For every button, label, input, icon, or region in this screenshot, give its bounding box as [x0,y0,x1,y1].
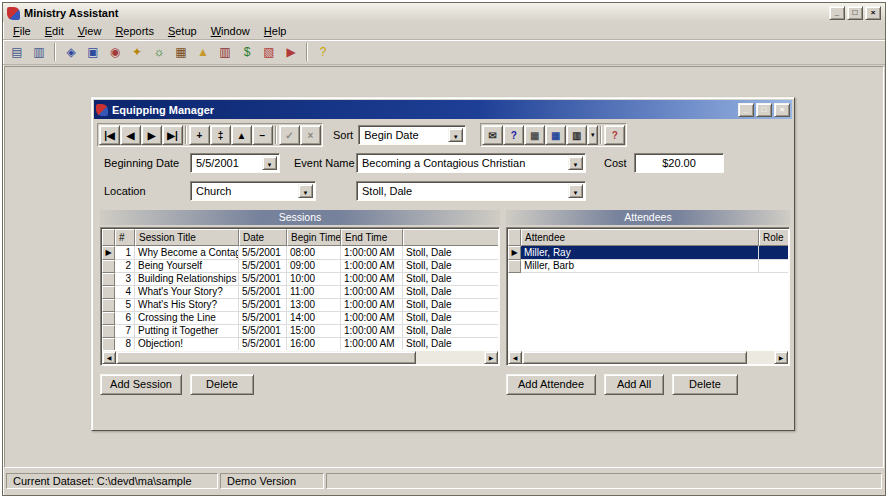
security-key-button[interactable]: ✦ [126,42,148,62]
table-row[interactable]: 6Crossing the Line5/5/200114:001:00:00 A… [102,312,498,325]
table-row[interactable]: 3Building Relationships5/5/200110:001:00… [102,273,498,286]
next-record-button[interactable]: ▶ [141,125,162,145]
chevron-down-icon[interactable]: ▼ [568,184,583,198]
cell[interactable]: 5/5/2001 [239,299,287,312]
cell[interactable]: 3 [115,273,135,286]
delete-session-button[interactable]: Delete [190,374,254,395]
cell[interactable]: 5/5/2001 [239,338,287,350]
cell[interactable]: 1:00:00 AM [341,325,403,338]
scroll-left-icon[interactable]: ◀ [102,351,116,364]
scroll-right-icon[interactable]: ▶ [484,351,498,364]
cell[interactable]: 1:00:00 AM [341,338,403,350]
cell[interactable]: 6 [115,312,135,325]
cell[interactable]: 16:00 [287,338,341,350]
cell[interactable]: Objection! [135,338,239,350]
scroll-left-icon[interactable]: ◀ [508,351,522,364]
chevron-down-icon[interactable]: ▼ [262,156,277,170]
show-grid-button[interactable]: ▦ [545,125,566,145]
field-help-button[interactable]: ? [503,125,524,145]
cell[interactable]: 1:00:00 AM [341,299,403,312]
media-button[interactable]: ▶ [280,42,302,62]
help-button[interactable]: ? [312,42,334,62]
location-combobox[interactable]: Church ▼ [190,181,316,201]
add-session-button[interactable]: Add Session [100,374,182,395]
help-button[interactable]: ? [604,125,625,145]
cell[interactable]: 10:00 [287,273,341,286]
column-header[interactable]: End Time [341,229,403,246]
child-minimize-button[interactable]: _ [738,103,754,117]
delete-attendee-button[interactable]: Delete [672,374,738,395]
cell[interactable]: Why Become a Contag [135,246,239,260]
scrollbar-thumb[interactable] [522,351,747,364]
cell[interactable]: 4 [115,286,135,299]
cell[interactable]: 5 [115,299,135,312]
last-record-button[interactable]: ▶| [162,125,183,145]
column-header[interactable]: Role [759,229,788,246]
cell[interactable]: What's Your Story? [135,286,239,299]
menu-setup[interactable]: Setup [161,23,204,39]
cell[interactable]: Building Relationships [135,273,239,286]
cell[interactable]: 15:00 [287,325,341,338]
sort-combobox[interactable]: Begin Date ▼ [358,125,466,145]
cell[interactable]: 14:00 [287,312,341,325]
add-attendee-button[interactable]: Add Attendee [506,374,596,395]
sessions-horizontal-scrollbar[interactable]: ◀ ▶ [102,351,498,364]
cell[interactable]: Stoll, Dale [403,299,498,312]
cell[interactable]: Miller, Barb [521,260,759,273]
cell[interactable] [759,260,788,273]
close-button[interactable]: × [865,6,881,20]
insert-detail-button[interactable]: ‡ [210,125,231,145]
beginning-date-combobox[interactable]: 5/5/2001 ▼ [190,153,280,173]
cell[interactable]: Stoll, Dale [403,246,498,260]
print-button[interactable]: ▥ [566,125,587,145]
cell[interactable]: Crossing the Line [135,312,239,325]
cell[interactable]: Stoll, Dale [403,312,498,325]
table-row[interactable]: 8Objection!5/5/200116:001:00:00 AMStoll,… [102,338,498,350]
chevron-down-icon[interactable]: ▼ [448,128,463,142]
cell[interactable]: Stoll, Dale [403,286,498,299]
export-mail-button[interactable]: ✉ [482,125,503,145]
ledger-book-button[interactable]: ▥ [214,42,236,62]
column-header[interactable] [403,229,498,246]
table-row[interactable]: Miller, Barb [508,260,788,273]
cell[interactable]: 1:00:00 AM [341,286,403,299]
cell[interactable]: 1 [115,246,135,260]
chevron-down-icon[interactable]: ▼ [568,156,583,170]
open-copy-button[interactable]: ▥ [28,42,50,62]
cell[interactable]: 11:00 [287,286,341,299]
cost-field[interactable]: $20.00 [634,153,724,173]
membership-card-button[interactable]: ▧ [258,42,280,62]
cell[interactable]: Miller, Ray [521,246,759,260]
attendees-horizontal-scrollbar[interactable]: ◀ ▶ [508,351,788,364]
table-row[interactable]: ▶Miller, Ray [508,246,788,260]
scrollbar-thumb[interactable] [116,351,416,364]
cancel-edit-button[interactable]: × [300,125,321,145]
child-maximize-button[interactable]: □ [756,103,772,117]
reports-chart-button[interactable]: ▲ [192,42,214,62]
cell[interactable]: 13:00 [287,299,341,312]
menu-view[interactable]: View [71,23,109,39]
cell[interactable]: 5/5/2001 [239,273,287,286]
maximize-button[interactable]: □ [847,6,863,20]
cell[interactable]: 2 [115,260,135,273]
insert-record-button[interactable]: + [189,125,210,145]
cell[interactable]: Stoll, Dale [403,338,498,350]
first-record-button[interactable]: |◀ [99,125,120,145]
calculator-button[interactable]: ▦ [524,125,545,145]
tools-button[interactable]: ☼ [148,42,170,62]
minimize-button[interactable]: _ [829,6,845,20]
child-titlebar[interactable]: Equipping Manager _ □ × [94,100,792,119]
menu-help[interactable]: Help [257,23,294,39]
main-titlebar[interactable]: Ministry Assistant _ □ × [3,3,885,22]
cell[interactable]: 5/5/2001 [239,325,287,338]
post-edit-button[interactable]: ✓ [279,125,300,145]
cell[interactable]: 08:00 [287,246,341,260]
cell[interactable]: 5/5/2001 [239,286,287,299]
edit-record-button[interactable]: ▲ [231,125,252,145]
menu-window[interactable]: Window [204,23,257,39]
new-document-button[interactable]: ▤ [6,42,28,62]
cell[interactable]: 5/5/2001 [239,246,287,260]
cell[interactable] [759,246,788,260]
cell[interactable]: 5/5/2001 [239,260,287,273]
delete-record-button[interactable]: − [252,125,273,145]
